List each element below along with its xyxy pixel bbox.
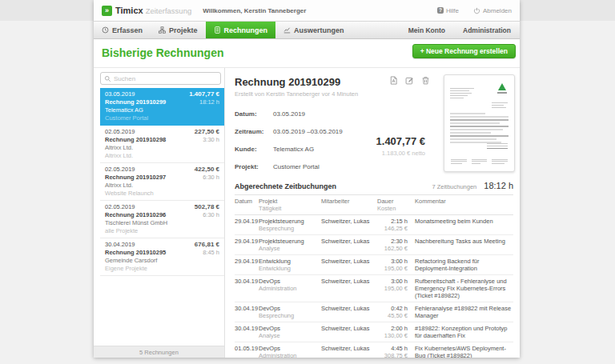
bookings-table: Datum Projekt Tätigkeit Mitarbeiter Daue… [235, 194, 513, 358]
invoice-hours: 18:12 h [189, 98, 219, 106]
bookings-count: 7 Zeitbuchungen [432, 183, 476, 190]
booking-row[interactable]: 29.04.19 EntwicklungEntwicklung Schweitz… [235, 255, 513, 275]
invoice-list-item[interactable]: 02.05.2019 Rechnung 201910298 Altrixx Lt… [100, 126, 224, 163]
field-value: 03.05.2019 [273, 110, 305, 118]
app-header: Timicx Zeiterfassung Willkommen, Kerstin… [94, 0, 520, 21]
booking-row[interactable]: 29.04.19 ProjektsteuerungAnalyse Schweit… [235, 235, 513, 255]
field-label: Zeitraum: [235, 128, 273, 135]
invoice-project: Website Relaunch [105, 190, 195, 198]
invoice-number: Rechnung 201910299 [105, 98, 189, 106]
invoice-date: 03.05.2019 [105, 90, 189, 98]
invoice-customer: Tischlerei Münst GmbH [105, 219, 195, 227]
nav-mein-konto[interactable]: Mein Konto [400, 22, 454, 38]
invoice-customer: Altrixx Ltd. [105, 144, 195, 152]
search-box [100, 72, 221, 85]
tab-label: Auswertungen [294, 26, 344, 34]
invoice-customer: Altrixx Ltd. [105, 182, 195, 190]
invoice-number: Rechnung 201910296 [105, 211, 195, 219]
search-input[interactable] [114, 75, 217, 82]
field-value: Customer Portal [273, 163, 320, 170]
app-container: Timicx Zeiterfassung Willkommen, Kerstin… [94, 0, 520, 358]
invoice-icon [214, 26, 221, 34]
field-label: Kunde: [235, 146, 273, 153]
tab-auswertungen[interactable]: Auswertungen [275, 22, 352, 38]
invoice-amount: 676,81 € [195, 241, 219, 249]
page-title: Bisherige Rechnungen [102, 46, 223, 59]
bookings-total-hours: 18:12 h [484, 181, 513, 190]
brand-suffix: Zeiterfassung [146, 6, 192, 15]
invoice-list-item[interactable]: 02.05.2019 Rechnung 201910297 Altrixx Lt… [100, 163, 224, 201]
booking-row[interactable]: 01.05.19 DevOpsAdministration Schweitzer… [235, 342, 513, 358]
invoice-hours: 6:30 h [195, 211, 219, 219]
tab-rechnungen[interactable]: Rechnungen [206, 22, 276, 38]
edit-icon[interactable] [405, 76, 414, 85]
invoice-preview[interactable] [444, 74, 515, 172]
brand-name: Timicx [115, 6, 143, 15]
nav-administration[interactable]: Administration [454, 22, 520, 38]
invoice-list-item[interactable]: 02.05.2019 Rechnung 201910296 Tischlerei… [100, 201, 224, 238]
bookings-header-row: Datum Projekt Tätigkeit Mitarbeiter Daue… [235, 195, 513, 215]
invoice-list-item[interactable]: 03.05.2019 Rechnung 201910299 Telematicx… [100, 88, 224, 126]
invoice-list-item[interactable]: 30.04.2019 Rechnung 201910295 Gemeinde C… [100, 238, 224, 276]
booking-row[interactable]: 29.04.19 ProjektsteuerungBesprechung Sch… [235, 215, 513, 235]
invoice-project: Eigene Projekte [105, 265, 195, 273]
invoice-detail-panel: Rechnung 201910299 Erstellt von Kerstin … [225, 68, 520, 358]
tab-label: Erfassen [112, 26, 143, 34]
main-nav: Erfassen Projekte Rechnungen Auswertunge… [94, 21, 520, 39]
booking-row[interactable]: 30.04.19 DevOpsBesprechung Schweitzer, L… [235, 302, 513, 322]
invoice-amount: 422,50 € [195, 166, 219, 174]
search-icon [104, 75, 111, 82]
trash-icon[interactable] [421, 76, 430, 85]
invoice-list-sidebar: 03.05.2019 Rechnung 201910299 Telematicx… [94, 68, 225, 358]
clock-icon [102, 26, 109, 34]
invoice-number: Rechnung 201910295 [105, 249, 195, 257]
bookings-title: Abgerechnete Zeitbuchungen [235, 182, 336, 190]
invoice-amount: 227,50 € [195, 128, 219, 136]
invoice-number: Rechnung 201910297 [105, 174, 195, 182]
timicx-logo-icon [102, 6, 112, 16]
field-value: 03.05.2019 –03.05.2019 [273, 128, 343, 135]
amount-net: 1.183,00 € netto [376, 150, 425, 157]
sitemap-icon [159, 26, 166, 34]
welcome-text: Willkommen, Kerstin Tanneberger [203, 7, 306, 14]
invoice-customer: Telematicx AG [105, 106, 189, 114]
invoice-hours: 6:30 h [195, 174, 219, 182]
field-value: Telematicx AG [273, 146, 314, 153]
chart-icon [283, 26, 291, 34]
tab-projekte[interactable]: Projekte [151, 22, 206, 38]
tab-label: Rechnungen [224, 26, 268, 34]
col-header-projekt: Projekt Tätigkeit [259, 195, 321, 215]
booking-row[interactable]: 30.04.19 DevOpsAnalyse Schweitzer, Lukas… [235, 322, 513, 342]
invoice-date: 02.05.2019 [105, 166, 195, 174]
help-icon [437, 7, 444, 14]
invoice-hours: 8:45 h [195, 249, 219, 257]
col-header-kommentar: Kommentar [413, 195, 513, 215]
pdf-icon[interactable] [389, 76, 398, 85]
invoice-count-footer: 5 Rechnungen [94, 346, 224, 358]
col-header-mitarbeiter: Mitarbeiter [321, 195, 377, 215]
invoice-customer: Gemeinde Carsdorf [105, 257, 195, 265]
help-link[interactable]: Hilfe [437, 7, 459, 14]
title-row: Bisherige Rechnungen + Neue Rechnung ers… [94, 39, 520, 67]
amount-gross: 1.407,77 € [376, 135, 425, 147]
help-label: Hilfe [446, 7, 459, 14]
field-label: Datum: [235, 110, 273, 118]
invoice-number: Rechnung 201910298 [105, 136, 195, 144]
invoice-project: Altrixx Ltd. [105, 152, 195, 160]
new-invoice-button[interactable]: + Neue Rechnung erstellen [412, 44, 516, 58]
invoice-actions [389, 76, 430, 85]
invoice-date: 02.05.2019 [105, 203, 195, 211]
invoice-project: alle Projekte [105, 227, 195, 235]
invoice-project: Customer Portal [105, 114, 189, 122]
logout-link[interactable]: Abmelden [473, 7, 512, 14]
preview-logo-icon [498, 83, 506, 90]
tab-erfassen[interactable]: Erfassen [94, 22, 151, 38]
invoice-amount: 1.407,77 € [189, 90, 219, 98]
booking-row[interactable]: 30.04.19 DevOpsAdministration Schweitzer… [235, 275, 513, 302]
tab-label: Projekte [169, 26, 198, 34]
invoice-amount: 502,78 € [195, 203, 219, 211]
col-header-dauer: Dauer Kosten [377, 195, 413, 215]
invoice-hours: 3:30 h [195, 136, 219, 144]
invoice-date: 30.04.2019 [105, 241, 195, 249]
col-header-datum: Datum [235, 195, 259, 215]
